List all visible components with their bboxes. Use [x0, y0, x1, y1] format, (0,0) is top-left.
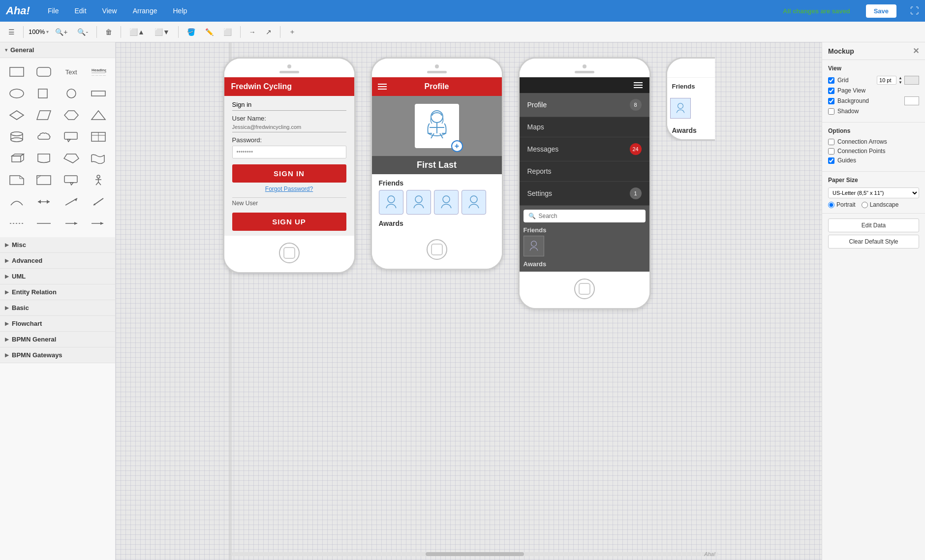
grid-color-swatch[interactable] [904, 76, 919, 85]
fill-color-btn[interactable]: 🪣 [184, 26, 199, 38]
delete-btn[interactable]: 🗑 [102, 26, 116, 38]
menu-item-profile[interactable]: Profile 8 [520, 93, 649, 117]
shape-document[interactable] [31, 149, 57, 168]
shape-heading[interactable]: Heading — — — — — [86, 62, 112, 82]
horizontal-scrollbar-track[interactable] [231, 552, 718, 556]
menu-item-reports[interactable]: Reports [520, 161, 649, 182]
zoom-control[interactable]: 100% ▾ [29, 28, 49, 35]
friend-avatar-3[interactable] [434, 190, 459, 215]
shape-curve[interactable] [4, 192, 30, 212]
sign-up-button[interactable]: SIGN UP [232, 213, 346, 231]
shape-rectangle[interactable] [4, 62, 30, 82]
username-input[interactable] [232, 122, 346, 132]
grid-pt-input[interactable] [877, 76, 896, 85]
pt-down-btn[interactable]: ▼ [898, 81, 902, 85]
hamburger-menu-2[interactable] [378, 84, 387, 90]
shape-pentagon[interactable] [59, 149, 84, 168]
background-swatch[interactable] [904, 96, 919, 105]
add-photo-btn[interactable]: + [451, 140, 463, 152]
connection-arrows-checkbox[interactable] [828, 139, 834, 145]
shape-small-rect[interactable] [86, 84, 112, 103]
menu-view[interactable]: View [99, 5, 120, 17]
sidebar-section-flowchart[interactable]: ▶ Flowchart [0, 316, 115, 332]
shape-text[interactable]: Text [59, 62, 84, 82]
shape-stickman[interactable] [86, 170, 112, 190]
sidebar-section-entity[interactable]: ▶ Entity Relation [0, 284, 115, 300]
waypoint-btn[interactable]: ↗ [262, 26, 275, 38]
friend-avatar-4[interactable] [462, 190, 486, 215]
pt-up-btn[interactable]: ▲ [898, 76, 902, 80]
to-back-btn[interactable]: ⬜▼ [151, 26, 173, 38]
menu-file[interactable]: File [45, 5, 62, 17]
menu-arrange[interactable]: Arrange [130, 5, 160, 17]
insert-btn[interactable]: ＋ [285, 26, 299, 38]
paper-size-select[interactable]: US-Letter (8,5" x 11") [828, 187, 919, 198]
friend-3-1[interactable] [524, 236, 544, 256]
shape-diagonal-arrow[interactable] [59, 192, 84, 212]
shape-pencil[interactable] [86, 192, 112, 212]
zoom-in-btn[interactable]: 🔍+ [52, 26, 71, 38]
menu-item-settings[interactable]: Settings 1 [520, 182, 649, 206]
sidebar-section-basic[interactable]: ▶ Basic [0, 300, 115, 316]
friend-avatar-1[interactable] [379, 190, 403, 215]
portrait-option[interactable]: Portrait [828, 201, 856, 208]
zoom-dropdown-icon[interactable]: ▾ [46, 29, 49, 34]
shape-triangle[interactable] [86, 105, 112, 125]
menu-item-maps[interactable]: Maps [520, 117, 649, 137]
shape-hexagon[interactable] [59, 105, 84, 125]
portrait-radio[interactable] [828, 202, 834, 208]
background-checkbox[interactable] [828, 98, 834, 104]
canvas-area[interactable]: Fredwin Cycling Sign in User Name: Passw… [116, 42, 822, 560]
connector-btn[interactable]: → [246, 26, 259, 38]
clear-style-btn[interactable]: Clear Default Style [828, 235, 919, 249]
guides-checkbox[interactable] [828, 157, 834, 164]
shape-parallelogram[interactable] [31, 105, 57, 125]
sidebar-section-bpmn-general[interactable]: ▶ BPMN General [0, 332, 115, 347]
sidebar-section-bpmn-gateways[interactable]: ▶ BPMN Gateways [0, 347, 115, 363]
shape-circle[interactable] [59, 84, 84, 103]
menu-edit[interactable]: Edit [71, 5, 89, 17]
edit-data-btn[interactable]: Edit Data [828, 218, 919, 232]
sidebar-section-uml[interactable]: ▶ UML [0, 269, 115, 284]
home-button-2[interactable] [427, 239, 447, 260]
shape-speech[interactable] [59, 170, 84, 190]
grid-checkbox[interactable] [828, 77, 834, 84]
shape-arrow-both[interactable] [59, 214, 84, 233]
shape-rounded-rect[interactable] [31, 62, 57, 82]
connection-points-checkbox[interactable] [828, 148, 834, 155]
close-panel-btn[interactable]: ✕ [913, 46, 919, 56]
home-button-3[interactable] [574, 279, 595, 299]
sidebar-section-general[interactable]: ▾ General [0, 42, 115, 58]
shape-arrow-right[interactable] [86, 214, 112, 233]
shape-note[interactable] [4, 170, 30, 190]
hamburger-menu-3[interactable] [634, 82, 643, 88]
save-button[interactable]: Save [866, 4, 896, 18]
menu-item-messages[interactable]: Messages 24 [520, 137, 649, 161]
landscape-option[interactable]: Landscape [862, 201, 899, 208]
shadow-checkbox[interactable] [828, 108, 834, 115]
home-button-1[interactable] [279, 243, 300, 263]
friend-avatar-2[interactable] [406, 190, 431, 215]
shape-table[interactable] [86, 127, 112, 147]
shape-diamond[interactable] [4, 105, 30, 125]
zoom-out-btn[interactable]: 🔍- [74, 26, 92, 38]
landscape-radio[interactable] [862, 202, 868, 208]
sidebar-section-advanced[interactable]: ▶ Advanced [0, 253, 115, 269]
forgot-password-link[interactable]: Forgot Password? [232, 186, 346, 192]
shape-dotted-line[interactable] [4, 214, 30, 233]
sidebar-toggle-btn[interactable]: ☰ [5, 26, 18, 38]
shape-square[interactable] [31, 84, 57, 103]
menu-help[interactable]: Help [170, 5, 190, 17]
search-bar[interactable]: 🔍 Search [524, 210, 646, 222]
shape-ellipse[interactable] [4, 84, 30, 103]
horizontal-scrollbar-thumb[interactable] [426, 552, 524, 556]
shape-line[interactable] [31, 214, 57, 233]
shape-wave[interactable] [86, 149, 112, 168]
to-front-btn[interactable]: ⬜▲ [126, 26, 148, 38]
sign-in-button[interactable]: SIGN IN [232, 164, 346, 183]
line-color-btn[interactable]: ✏️ [202, 26, 217, 38]
shadow-btn[interactable]: ⬜ [220, 26, 235, 38]
shape-callout[interactable] [59, 127, 84, 147]
page-view-checkbox[interactable] [828, 88, 834, 94]
shape-cylinder[interactable] [4, 127, 30, 147]
